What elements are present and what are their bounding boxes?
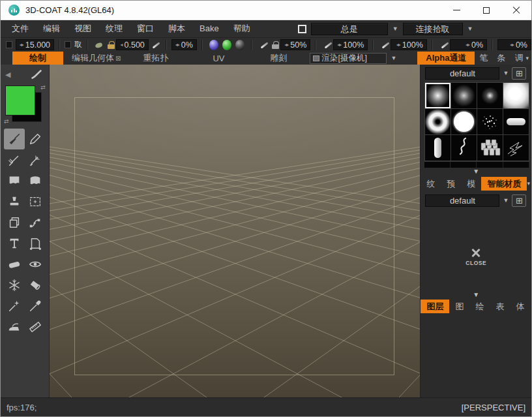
tool-freeze[interactable] [4, 275, 25, 296]
pen-stroke-icon[interactable] [151, 40, 159, 50]
radius-swatch-icon[interactable] [6, 41, 12, 48]
alpha-hard-disc[interactable] [451, 109, 477, 134]
swap-colors-icon[interactable]: ⇄ [40, 84, 46, 91]
alpha-small-dot[interactable] [477, 83, 503, 108]
chevron-down-icon[interactable]: ▼ [391, 52, 396, 65]
close-panel-button[interactable]: CLOSE [421, 248, 531, 266]
chevron-down-icon[interactable]: ▼ [503, 194, 509, 207]
radius-field[interactable]: ◂▸15.000 [16, 39, 54, 50]
alpha-sphere[interactable] [503, 83, 529, 108]
opacity-field[interactable]: ◂▸50% [280, 39, 310, 50]
collapse-panel-icon[interactable]: ◀ [5, 70, 10, 79]
pen-stroke-icon[interactable] [259, 40, 267, 50]
menu-help[interactable]: 帮助 [226, 20, 258, 37]
swap-colors-icon[interactable]: ⇄ [4, 118, 9, 125]
tool-paintbrush[interactable] [4, 129, 25, 149]
pick-swatch-icon[interactable] [65, 41, 71, 48]
render-camera-dropdown[interactable]: 渲染[摄像机] ▼ [310, 52, 396, 65]
extra-amount-field[interactable]: ◂▸0% [497, 39, 531, 50]
tool-roller[interactable] [25, 275, 46, 296]
alpha-ring[interactable] [425, 109, 451, 134]
chevron-down-icon[interactable]: ▾ [525, 52, 531, 65]
connect-pick-dropdown[interactable]: 连接拾取 [403, 23, 463, 35]
tool-ruler[interactable] [25, 317, 46, 337]
viewport-3d[interactable] [50, 65, 421, 397]
tab-smart-materials[interactable]: 智能材质 [481, 177, 527, 191]
alpha-scratches[interactable] [503, 135, 529, 161]
tool-magic-wand[interactable] [4, 296, 25, 317]
stepper-icon[interactable]: ◂▸ [466, 42, 469, 48]
alpha-preset-dropdown[interactable]: default [425, 67, 499, 80]
smoothing-field[interactable]: ◂▸0% [171, 39, 197, 50]
tab-textures[interactable]: 纹 [421, 177, 441, 191]
tool-copy-layer[interactable] [4, 212, 25, 233]
chevron-down-icon[interactable]: ▼ [392, 23, 398, 35]
pen-stroke-icon[interactable] [323, 40, 331, 50]
maximize-button[interactable] [471, 1, 501, 20]
tool-smudge-soft[interactable] [25, 170, 46, 191]
tab-table[interactable]: 表 [490, 300, 510, 313]
tab-pen[interactable]: 笔 [475, 52, 492, 65]
scroll-down-icon[interactable]: ▼ [421, 168, 531, 176]
tab-paint-panel[interactable]: 绘 [469, 300, 490, 313]
tool-pipette[interactable] [25, 296, 46, 317]
pen-stroke-icon[interactable] [380, 40, 389, 50]
pick-label[interactable]: 取 [74, 39, 82, 50]
menu-file[interactable]: 文件 [5, 20, 36, 37]
tab-sculpt[interactable]: 雕刻 [261, 52, 295, 65]
alpha-h-capsule[interactable] [503, 109, 529, 134]
lock-icon[interactable] [272, 41, 278, 49]
menu-texture[interactable]: 纹理 [98, 20, 130, 37]
tool-eraser[interactable] [4, 254, 25, 275]
tab-presets[interactable]: 预 [441, 177, 461, 191]
tab-models[interactable]: 模 [461, 177, 481, 191]
stepper-icon[interactable]: ◂▸ [510, 42, 514, 48]
alpha-noise-spray[interactable] [477, 109, 503, 134]
tool-stamp[interactable] [4, 191, 25, 212]
tab-retopo[interactable]: 重拓扑 [134, 52, 177, 65]
color-amount-field[interactable]: ◂▸100% [333, 39, 368, 50]
tab-layers[interactable]: 图层 [421, 300, 449, 313]
tab-strip[interactable]: 条 [492, 52, 510, 65]
tool-image-transform[interactable] [25, 233, 46, 254]
minimize-button[interactable] [441, 1, 471, 20]
tab-adjust[interactable]: 调 [510, 52, 525, 65]
alpha-cylinders[interactable] [477, 135, 503, 161]
alpha-row-clipped[interactable] [424, 161, 529, 168]
stepper-icon[interactable]: ◂▸ [284, 42, 288, 48]
gloss-channel-sphere-icon[interactable] [235, 40, 244, 50]
add-folder-button[interactable]: ⊞ [512, 67, 526, 80]
stepper-icon[interactable]: ◂▸ [20, 42, 23, 48]
tool-pencil[interactable] [25, 129, 46, 149]
tab-alpha-channel[interactable]: Alpha通道 [417, 52, 475, 65]
menu-window[interactable]: 窗口 [130, 20, 161, 37]
tool-fill-brush[interactable] [25, 149, 46, 170]
menu-edit[interactable]: 编辑 [36, 20, 67, 37]
material-preset-dropdown[interactable]: default [425, 194, 499, 207]
depth-channel-sphere-icon[interactable] [209, 40, 218, 50]
close-window-button[interactable] [501, 1, 531, 20]
brush-dab-icon[interactable] [95, 41, 103, 49]
tool-clone-iron[interactable] [4, 317, 25, 337]
menu-bake[interactable]: Bake [192, 20, 226, 37]
menu-view[interactable]: 视图 [67, 20, 98, 37]
tool-spline[interactable] [25, 212, 46, 233]
tab-volume[interactable]: 体 [510, 300, 530, 313]
tool-show-hide[interactable] [25, 254, 46, 275]
stepper-icon[interactable]: ◂▸ [396, 42, 400, 48]
color-selector[interactable]: ⇄ ⇄ [4, 84, 46, 125]
lock-icon[interactable] [108, 41, 114, 49]
tab-uv[interactable]: UV [204, 52, 233, 65]
stepper-icon[interactable]: ◂▸ [175, 42, 179, 48]
tool-text[interactable] [4, 233, 25, 254]
always-checkbox[interactable] [298, 25, 306, 33]
alpha-soft-round-selected[interactable] [425, 83, 451, 108]
color-channel-sphere-icon[interactable] [222, 40, 231, 50]
tool-smudge[interactable] [4, 170, 25, 191]
stepper-icon[interactable]: ◂ [120, 42, 122, 48]
add-folder-button[interactable]: ⊞ [512, 194, 526, 207]
alpha-soft-round[interactable] [451, 83, 477, 108]
primary-color-swatch[interactable] [5, 85, 35, 116]
gloss-amount-field[interactable]: ◂▸100% [391, 39, 426, 50]
scroll-down-icon[interactable]: ▼ [421, 291, 531, 300]
